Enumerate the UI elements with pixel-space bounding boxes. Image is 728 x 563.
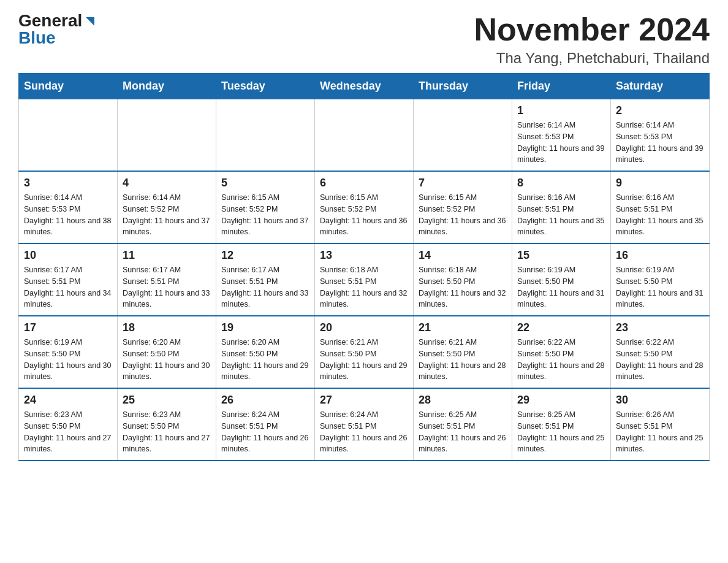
day-info: Sunrise: 6:15 AMSunset: 5:52 PMDaylight:… (221, 192, 309, 238)
day-number: 27 (320, 394, 408, 407)
weekday-header-monday: Monday (118, 74, 216, 99)
calendar-week-3: 17 Sunrise: 6:19 AMSunset: 5:50 PMDaylig… (19, 316, 710, 388)
day-info: Sunrise: 6:14 AMSunset: 5:53 PMDaylight:… (24, 192, 112, 238)
day-info: Sunrise: 6:14 AMSunset: 5:52 PMDaylight:… (123, 192, 211, 238)
calendar-cell: 12 Sunrise: 6:17 AMSunset: 5:51 PMDaylig… (216, 243, 315, 316)
day-info: Sunrise: 6:18 AMSunset: 5:50 PMDaylight:… (419, 264, 507, 310)
day-info: Sunrise: 6:23 AMSunset: 5:50 PMDaylight:… (123, 409, 211, 455)
day-number: 20 (320, 321, 408, 334)
day-info: Sunrise: 6:22 AMSunset: 5:50 PMDaylight:… (517, 337, 605, 383)
calendar-cell: 2 Sunrise: 6:14 AMSunset: 5:53 PMDayligh… (611, 99, 710, 172)
calendar-cell: 24 Sunrise: 6:23 AMSunset: 5:50 PMDaylig… (19, 388, 118, 461)
logo-general-text: General (18, 12, 82, 29)
weekday-header-friday: Friday (512, 74, 611, 99)
day-info: Sunrise: 6:21 AMSunset: 5:50 PMDaylight:… (320, 337, 408, 383)
day-info: Sunrise: 6:20 AMSunset: 5:50 PMDaylight:… (123, 337, 211, 383)
calendar-cell: 27 Sunrise: 6:24 AMSunset: 5:51 PMDaylig… (315, 388, 414, 461)
weekday-header-wednesday: Wednesday (315, 74, 414, 99)
day-number: 6 (320, 177, 408, 190)
day-info: Sunrise: 6:14 AMSunset: 5:53 PMDaylight:… (616, 120, 704, 166)
day-number: 1 (517, 104, 605, 117)
day-info: Sunrise: 6:18 AMSunset: 5:51 PMDaylight:… (320, 264, 408, 310)
calendar-cell (414, 99, 512, 172)
calendar-week-0: 1 Sunrise: 6:14 AMSunset: 5:53 PMDayligh… (19, 99, 710, 172)
day-info: Sunrise: 6:16 AMSunset: 5:51 PMDaylight:… (517, 192, 605, 238)
day-info: Sunrise: 6:19 AMSunset: 5:50 PMDaylight:… (24, 337, 112, 383)
day-number: 17 (24, 321, 112, 334)
logo-blue-text: Blue (18, 28, 56, 47)
calendar-cell: 19 Sunrise: 6:20 AMSunset: 5:50 PMDaylig… (216, 316, 315, 388)
calendar-cell: 29 Sunrise: 6:25 AMSunset: 5:51 PMDaylig… (512, 388, 611, 461)
day-number: 10 (24, 249, 112, 262)
day-number: 18 (123, 321, 211, 334)
calendar-cell (216, 99, 315, 172)
day-info: Sunrise: 6:17 AMSunset: 5:51 PMDaylight:… (221, 264, 309, 310)
calendar-cell: 30 Sunrise: 6:26 AMSunset: 5:51 PMDaylig… (611, 388, 710, 461)
day-number: 15 (517, 249, 605, 262)
calendar-cell: 25 Sunrise: 6:23 AMSunset: 5:50 PMDaylig… (118, 388, 216, 461)
calendar-cell: 10 Sunrise: 6:17 AMSunset: 5:51 PMDaylig… (19, 243, 118, 316)
calendar-cell: 8 Sunrise: 6:16 AMSunset: 5:51 PMDayligh… (512, 171, 611, 243)
calendar-week-4: 24 Sunrise: 6:23 AMSunset: 5:50 PMDaylig… (19, 388, 710, 461)
day-info: Sunrise: 6:22 AMSunset: 5:50 PMDaylight:… (616, 337, 704, 383)
day-number: 3 (24, 177, 112, 190)
calendar-week-2: 10 Sunrise: 6:17 AMSunset: 5:51 PMDaylig… (19, 243, 710, 316)
day-info: Sunrise: 6:19 AMSunset: 5:50 PMDaylight:… (616, 264, 704, 310)
calendar-cell: 1 Sunrise: 6:14 AMSunset: 5:53 PMDayligh… (512, 99, 611, 172)
calendar-body: 1 Sunrise: 6:14 AMSunset: 5:53 PMDayligh… (19, 99, 710, 461)
calendar-cell: 23 Sunrise: 6:22 AMSunset: 5:50 PMDaylig… (611, 316, 710, 388)
day-info: Sunrise: 6:20 AMSunset: 5:50 PMDaylight:… (221, 337, 309, 383)
day-info: Sunrise: 6:24 AMSunset: 5:51 PMDaylight:… (320, 409, 408, 455)
calendar-cell: 22 Sunrise: 6:22 AMSunset: 5:50 PMDaylig… (512, 316, 611, 388)
day-number: 26 (221, 394, 309, 407)
day-number: 29 (517, 394, 605, 407)
calendar-cell (19, 99, 118, 172)
title-block: November 2024 Tha Yang, Phetchaburi, Tha… (474, 12, 710, 67)
day-info: Sunrise: 6:24 AMSunset: 5:51 PMDaylight:… (221, 409, 309, 455)
calendar-cell: 17 Sunrise: 6:19 AMSunset: 5:50 PMDaylig… (19, 316, 118, 388)
calendar-cell: 14 Sunrise: 6:18 AMSunset: 5:50 PMDaylig… (414, 243, 512, 316)
day-number: 7 (419, 177, 507, 190)
day-number: 2 (616, 104, 704, 117)
calendar-header: SundayMondayTuesdayWednesdayThursdayFrid… (19, 74, 710, 99)
calendar-cell: 20 Sunrise: 6:21 AMSunset: 5:50 PMDaylig… (315, 316, 414, 388)
day-info: Sunrise: 6:16 AMSunset: 5:51 PMDaylight:… (616, 192, 704, 238)
day-number: 21 (419, 321, 507, 334)
page-header: General Blue November 2024 Tha Yang, Phe… (18, 12, 710, 67)
calendar-cell: 16 Sunrise: 6:19 AMSunset: 5:50 PMDaylig… (611, 243, 710, 316)
day-info: Sunrise: 6:26 AMSunset: 5:51 PMDaylight:… (616, 409, 704, 455)
logo: General Blue (18, 12, 97, 47)
calendar-cell: 5 Sunrise: 6:15 AMSunset: 5:52 PMDayligh… (216, 171, 315, 243)
calendar-cell: 4 Sunrise: 6:14 AMSunset: 5:52 PMDayligh… (118, 171, 216, 243)
calendar-cell: 3 Sunrise: 6:14 AMSunset: 5:53 PMDayligh… (19, 171, 118, 243)
day-info: Sunrise: 6:15 AMSunset: 5:52 PMDaylight:… (320, 192, 408, 238)
calendar-table: SundayMondayTuesdayWednesdayThursdayFrid… (18, 73, 710, 461)
calendar-cell: 7 Sunrise: 6:15 AMSunset: 5:52 PMDayligh… (414, 171, 512, 243)
day-number: 25 (123, 394, 211, 407)
day-info: Sunrise: 6:14 AMSunset: 5:53 PMDaylight:… (517, 120, 605, 166)
day-number: 8 (517, 177, 605, 190)
weekday-header-tuesday: Tuesday (216, 74, 315, 99)
day-info: Sunrise: 6:25 AMSunset: 5:51 PMDaylight:… (419, 409, 507, 455)
day-info: Sunrise: 6:17 AMSunset: 5:51 PMDaylight:… (24, 264, 112, 310)
location-title: Tha Yang, Phetchaburi, Thailand (474, 50, 710, 67)
weekday-header-sunday: Sunday (19, 74, 118, 99)
day-number: 9 (616, 177, 704, 190)
day-number: 22 (517, 321, 605, 334)
day-info: Sunrise: 6:23 AMSunset: 5:50 PMDaylight:… (24, 409, 112, 455)
day-info: Sunrise: 6:17 AMSunset: 5:51 PMDaylight:… (123, 264, 211, 310)
logo-triangle-icon (83, 15, 97, 28)
day-number: 11 (123, 249, 211, 262)
day-number: 28 (419, 394, 507, 407)
day-info: Sunrise: 6:19 AMSunset: 5:50 PMDaylight:… (517, 264, 605, 310)
day-info: Sunrise: 6:21 AMSunset: 5:50 PMDaylight:… (419, 337, 507, 383)
calendar-cell: 26 Sunrise: 6:24 AMSunset: 5:51 PMDaylig… (216, 388, 315, 461)
calendar-cell: 6 Sunrise: 6:15 AMSunset: 5:52 PMDayligh… (315, 171, 414, 243)
day-number: 14 (419, 249, 507, 262)
day-number: 30 (616, 394, 704, 407)
weekday-header-saturday: Saturday (611, 74, 710, 99)
calendar-cell: 11 Sunrise: 6:17 AMSunset: 5:51 PMDaylig… (118, 243, 216, 316)
weekday-header-row: SundayMondayTuesdayWednesdayThursdayFrid… (19, 74, 710, 99)
calendar-cell (315, 99, 414, 172)
calendar-cell: 13 Sunrise: 6:18 AMSunset: 5:51 PMDaylig… (315, 243, 414, 316)
